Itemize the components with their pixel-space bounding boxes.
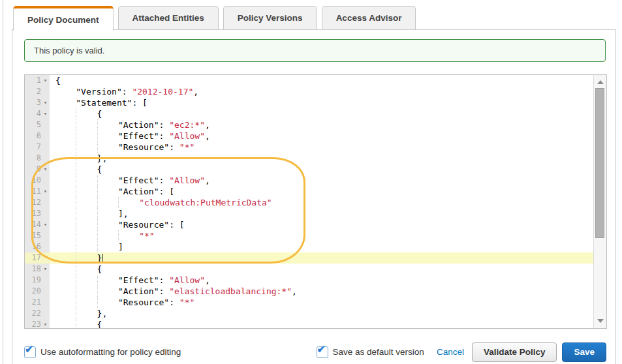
code-token: "Effect": xyxy=(118,131,169,141)
code-text[interactable]: "cloudwatch:PutMetricData" xyxy=(50,197,593,208)
indent-guide xyxy=(97,142,118,153)
code-line-20[interactable]: 20 "Action": "elasticloadbalancing:*", xyxy=(25,286,593,297)
code-text[interactable]: }, xyxy=(50,153,593,164)
code-text[interactable]: "Effect": "Allow", xyxy=(50,175,593,186)
code-text[interactable]: "Action": [ xyxy=(50,186,593,197)
fold-arrow-icon[interactable]: ▾ xyxy=(41,97,50,108)
line-number: 17 xyxy=(25,252,41,264)
line-gutter: 10 xyxy=(25,175,50,186)
policy-code-editor[interactable]: 1 ▾ { 2 "Version": "2012-10-17", 3 ▾ "St… xyxy=(24,74,607,329)
code-line-23[interactable]: 23 ▾ { xyxy=(25,319,593,329)
code-text[interactable]: "Action": "ec2:*", xyxy=(50,119,593,130)
indent-guide xyxy=(76,286,97,297)
code-line-15[interactable]: 15 "*" xyxy=(25,230,593,241)
code-line-1[interactable]: 1 ▾ { xyxy=(25,75,593,86)
code-text[interactable]: ], xyxy=(50,208,593,219)
tab-policy-document[interactable]: Policy Document xyxy=(13,6,114,31)
code-text[interactable]: { xyxy=(50,75,593,86)
code-text[interactable]: }, xyxy=(50,308,593,319)
fold-arrow-icon[interactable]: ▾ xyxy=(41,164,50,175)
code-line-10[interactable]: 10 "Effect": "Allow", xyxy=(25,175,593,186)
code-text[interactable]: { xyxy=(50,319,593,329)
fold-arrow-icon[interactable]: ▾ xyxy=(41,75,50,86)
indent-guide xyxy=(76,208,97,219)
code-line-5[interactable]: 5 "Action": "ec2:*", xyxy=(25,119,593,130)
autoformat-label[interactable]: Use autoformatting for policy editing xyxy=(40,347,181,357)
text-cursor xyxy=(102,254,102,262)
autoformat-option[interactable]: ✔ Use autoformatting for policy editing xyxy=(24,342,181,362)
indent-guide xyxy=(55,219,76,230)
scrollbar-thumb[interactable] xyxy=(595,88,604,238)
code-line-16[interactable]: 16 ] xyxy=(25,241,593,252)
editor-scrollbar[interactable] xyxy=(593,75,606,328)
scroll-up-icon[interactable] xyxy=(597,80,604,84)
tab-attached-entities[interactable]: Attached Entities xyxy=(118,6,219,29)
code-text[interactable]: "Resource": [ xyxy=(50,219,593,230)
fold-arrow-icon[interactable]: ▾ xyxy=(41,319,50,329)
string-token: "*" xyxy=(179,142,194,152)
indent-guide xyxy=(55,286,76,297)
code-text[interactable]: { xyxy=(50,264,593,275)
cancel-link[interactable]: Cancel xyxy=(437,347,464,357)
code-line-14[interactable]: 14 ▾ "Resource": [ xyxy=(25,219,593,230)
fold-arrow-icon[interactable]: ▾ xyxy=(41,108,50,119)
line-number: 22 xyxy=(25,308,41,319)
code-line-11[interactable]: 11 ▾ "Action": [ xyxy=(25,186,593,197)
code-line-13[interactable]: 13 ], xyxy=(25,208,593,219)
code-line-19[interactable]: 19 "Effect": "Allow", xyxy=(25,275,593,286)
line-number: 5 xyxy=(25,119,41,130)
code-text[interactable]: "Version": "2012-10-17", xyxy=(50,86,593,97)
code-text[interactable]: "Resource": "*" xyxy=(50,297,593,308)
code-line-4[interactable]: 4 ▾ { xyxy=(25,108,593,119)
indent-guide xyxy=(76,230,97,241)
tab-policy-versions[interactable]: Policy Versions xyxy=(223,6,317,29)
code-line-7[interactable]: 7 "Resource": "*" xyxy=(25,142,593,153)
indent-guide xyxy=(76,175,97,186)
fold-arrow-icon[interactable]: ▾ xyxy=(41,186,50,197)
save-button[interactable]: Save xyxy=(562,342,606,362)
indent-guide xyxy=(97,275,118,286)
code-line-2[interactable]: 2 "Version": "2012-10-17", xyxy=(25,86,593,97)
code-text[interactable]: } xyxy=(50,252,593,264)
code-line-21[interactable]: 21 "Resource": "*" xyxy=(25,297,593,308)
code-token: }, xyxy=(97,153,108,163)
code-line-3[interactable]: 3 ▾ "Statement": [ xyxy=(25,97,593,108)
code-line-8[interactable]: 8 }, xyxy=(25,153,593,164)
code-text[interactable]: "*" xyxy=(50,230,593,241)
indent-guide xyxy=(55,241,76,252)
code-line-22[interactable]: 22 }, xyxy=(25,308,593,319)
default-version-label[interactable]: Save as default version xyxy=(333,347,424,357)
code-text[interactable]: { xyxy=(50,164,593,175)
code-text[interactable]: "Action": "elasticloadbalancing:*", xyxy=(50,286,593,297)
code-text[interactable]: "Statement": [ xyxy=(50,97,593,108)
code-text[interactable]: { xyxy=(50,108,593,119)
fold-arrow-icon[interactable]: ▾ xyxy=(41,219,50,230)
code-line-18[interactable]: 18 ▾ { xyxy=(25,264,593,275)
indent-guide xyxy=(76,241,97,252)
line-number: 18 xyxy=(25,264,41,275)
indent-guide xyxy=(55,97,76,108)
string-token: "2012-10-17" xyxy=(132,87,193,97)
string-token: "Allow" xyxy=(169,131,205,141)
line-gutter: 18 ▾ xyxy=(25,264,50,275)
code-text[interactable]: "Effect": "Allow", xyxy=(50,130,593,142)
code-token: "Resource": xyxy=(118,142,179,152)
code-token: ] xyxy=(118,242,123,252)
default-version-checkbox[interactable]: ✔ xyxy=(317,346,328,358)
tab-label: Access Advisor xyxy=(336,13,402,23)
code-line-17[interactable]: 17 } xyxy=(25,252,593,264)
indent-guide xyxy=(76,264,97,275)
scroll-down-icon[interactable] xyxy=(597,319,604,323)
autoformat-checkbox[interactable]: ✔ xyxy=(24,346,36,358)
validate-policy-button[interactable]: Validate Policy xyxy=(472,342,557,362)
code-line-6[interactable]: 6 "Effect": "Allow", xyxy=(25,130,593,142)
code-text[interactable]: "Effect": "Allow", xyxy=(50,275,593,286)
code-line-12[interactable]: 12 "cloudwatch:PutMetricData" xyxy=(25,197,593,208)
code-text[interactable]: ] xyxy=(50,241,593,252)
code-text[interactable]: "Resource": "*" xyxy=(50,142,593,153)
indent-guide xyxy=(76,186,97,197)
code-line-9[interactable]: 9 ▾ { xyxy=(25,164,593,175)
fold-arrow-icon[interactable]: ▾ xyxy=(41,264,50,275)
line-gutter: 5 xyxy=(25,119,50,130)
tab-access-advisor[interactable]: Access Advisor xyxy=(322,6,416,29)
